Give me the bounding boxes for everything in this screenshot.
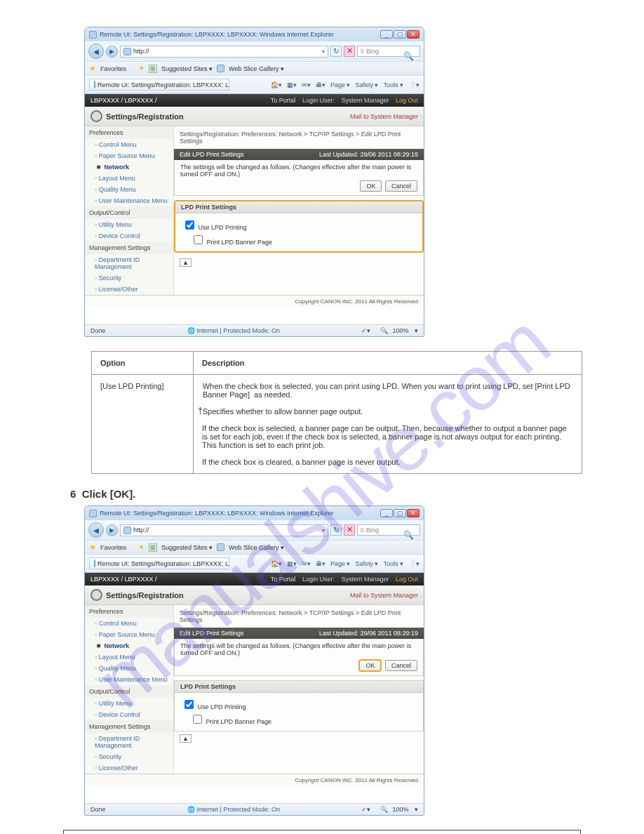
print-icon[interactable]: 🖶▾ [316,81,326,88]
safety-menu[interactable]: Safety ▾ [355,560,378,567]
webslice-icon [217,65,224,72]
favorites-label: Favorites [100,544,126,551]
sidebar-item-dept-id[interactable]: Department ID Management [85,254,173,272]
to-portal-link[interactable]: To Portal [271,97,296,104]
feeds-icon[interactable]: ▦▾ [287,560,297,567]
safety-menu[interactable]: Safety ▾ [355,81,378,88]
fav-add-icon[interactable]: ✦ [138,64,145,73]
back-button[interactable]: ◄ [88,44,104,59]
table-header-description: Description [194,352,582,375]
sidebar-item-dept-id[interactable]: Department ID Management [85,733,173,751]
tools-menu[interactable]: Tools ▾ [383,81,403,88]
breadcrumb: Settings/Registration: Preferences: Netw… [174,126,424,149]
sidebar-item-license[interactable]: License/Other [85,284,173,295]
sidebar-item-control[interactable]: Control Menu [85,618,173,629]
screenshot-1: Remote UI: Settings/Registration: LBPXXX… [84,27,424,337]
sidebar-item-paper[interactable]: Paper Source Menu [85,150,173,161]
mail-to-manager-link[interactable]: Mail to System Manager [350,113,418,120]
browser-tab[interactable]: Remote UI: Settings/Registration: LBPXXX… [89,79,229,91]
page-menu[interactable]: Page ▾ [330,560,351,567]
banner-page-checkbox[interactable]: Print LPD Banner Page [190,713,416,726]
home-icon[interactable]: 🏠▾ [271,81,282,88]
sidebar-item-network[interactable]: Network [85,161,173,173]
help-icon[interactable]: ❔▾ [408,81,420,88]
close-button[interactable]: ✕ [407,30,420,39]
cancel-button[interactable]: Cancel [385,660,417,671]
back-to-top-icon[interactable]: ▲ [180,734,192,743]
home-icon[interactable]: 🏠▾ [271,560,282,567]
sidebar-item-layout[interactable]: Layout Menu [85,173,173,184]
sidebar-item-license[interactable]: License/Other [85,762,173,774]
ok-button[interactable]: OK [360,180,382,192]
sidebar-item-layout[interactable]: Layout Menu [85,651,173,663]
back-button[interactable]: ◄ [88,522,104,538]
sidebar-item-quality[interactable]: Quality Menu [85,184,173,195]
back-to-top-icon[interactable]: ▲ [180,258,192,267]
sidebar-item-utility[interactable]: Utility Menu [85,698,173,709]
to-portal-link[interactable]: To Portal [271,576,296,583]
protected-mode-icon[interactable]: ✓▾ [361,806,370,813]
sidebar-item-security[interactable]: Security [85,751,173,762]
maximize-button[interactable]: ▢ [394,30,406,39]
sidebar-item-user-maint[interactable]: User Maintenance Menu [85,674,173,685]
status-done: Done [90,806,106,813]
sidebar-item-security[interactable]: Security [85,272,173,284]
protected-mode-icon[interactable]: ✓▾ [361,327,370,334]
sidebar-item-device-control[interactable]: Device Control [85,709,173,720]
webslice-link[interactable]: Web Slice Gallery ▾ [229,65,284,72]
sidebar-section-mgmt: Management Settings [85,720,173,733]
banner-page-checkbox[interactable]: Print LPD Banner Page [191,233,415,246]
zoom-icon[interactable]: 🔍 [380,806,388,813]
mail-icon[interactable]: ✉▾ [302,81,311,88]
cancel-button[interactable]: Cancel [385,180,417,192]
suggested-link[interactable]: Suggested Sites ▾ [161,65,213,72]
sidebar-section-output: Output/Control [85,206,173,219]
mail-to-manager-link[interactable]: Mail to System Manager [350,592,418,599]
maximize-button[interactable]: ▢ [394,509,406,517]
print-icon[interactable]: 🖶▾ [316,560,326,567]
stop-button[interactable]: ✕ [344,46,355,57]
refresh-button[interactable]: ↻ [330,524,342,536]
feeds-icon[interactable]: ▦▾ [287,81,297,88]
logout-link[interactable]: Log Out [396,576,418,583]
sidebar-item-user-maint[interactable]: User Maintenance Menu [85,195,173,206]
browser-tab[interactable]: Remote UI: Settings/Registration: LBPXXX… [89,557,229,569]
suggested-link[interactable]: Suggested Sites ▾ [161,544,213,551]
minimize-button[interactable]: _ [380,30,393,39]
sidebar-item-paper[interactable]: Paper Source Menu [85,629,173,640]
favorites-star-icon[interactable]: ★ [89,543,96,552]
last-updated: Last Updated: 29/06 2011 08:29:19 [319,151,418,158]
mail-icon[interactable]: ✉▾ [302,560,311,567]
page-menu[interactable]: Page ▾ [330,81,351,88]
page-icon [123,527,131,534]
logout-link[interactable]: Log Out [396,97,418,104]
zoom-level[interactable]: 100% [392,327,408,334]
favorites-star-icon[interactable]: ★ [89,64,96,73]
stop-button[interactable]: ✕ [344,524,355,536]
sidebar-item-utility[interactable]: Utility Menu [85,219,173,230]
webslice-link[interactable]: Web Slice Gallery ▾ [229,544,284,551]
close-button[interactable]: ✕ [407,509,420,517]
minimize-button[interactable]: _ [380,509,393,517]
sidebar-item-device-control[interactable]: Device Control [85,230,173,241]
use-lpd-checkbox[interactable]: Use LPD Printing [182,698,416,711]
sidebar-item-network[interactable]: Network [85,640,173,651]
forward-button[interactable]: ► [106,524,118,536]
use-lpd-checkbox[interactable]: Use LPD Printing [182,218,415,232]
search-box[interactable]: bBing🔍 [357,46,420,57]
table-cell-description: †When the check box is selected, you can… [194,375,582,474]
address-bar[interactable]: http://▾ [120,46,328,58]
zoom-icon[interactable]: 🔍 [380,327,388,334]
fav-add-icon[interactable]: ✦ [138,543,145,552]
sidebar-item-quality[interactable]: Quality Menu [85,663,173,674]
search-box[interactable]: bBing🔍 [357,524,420,536]
address-bar[interactable]: http://▾ [120,524,328,536]
refresh-button[interactable]: ↻ [330,46,342,57]
device-breadcrumb: LBPXXXX / LBPXXXX / [90,576,157,583]
zoom-level[interactable]: 100% [392,806,408,813]
sidebar-item-control[interactable]: Control Menu [85,139,173,150]
tools-menu[interactable]: Tools ▾ [383,560,403,567]
help-icon[interactable]: ❔▾ [408,560,420,567]
ok-button-highlighted[interactable]: OK [358,659,382,672]
forward-button[interactable]: ► [106,46,118,58]
